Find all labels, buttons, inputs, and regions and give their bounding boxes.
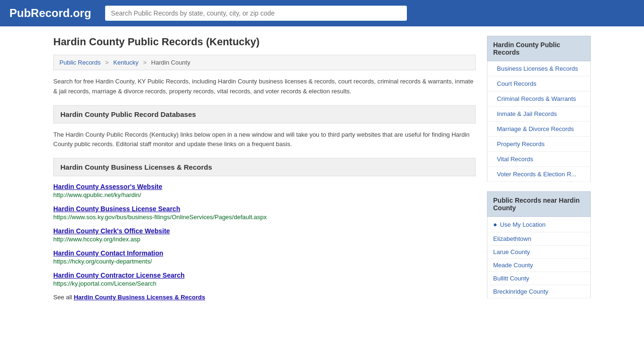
see-all: See all Hardin County Business Licenses … (53, 294, 476, 301)
intro-text: Search for free Hardin County, KY Public… (53, 77, 476, 97)
sidebar-nearby-title: Public Records near Hardin County (487, 191, 591, 217)
breadcrumb: Public Records > Kentucky > Hardin Count… (53, 55, 476, 70)
sidebar-item-court-records[interactable]: Court Records (487, 76, 591, 91)
sidebar-public-records-section: Hardin County Public Records Business Li… (487, 36, 591, 182)
record-entry-4: Hardin County Contact Information https:… (53, 249, 476, 265)
databases-section-header: Hardin County Public Record Databases (53, 105, 476, 123)
location-icon: ● (493, 221, 497, 228)
sidebar-nearby-meade[interactable]: Meade County (487, 259, 591, 272)
record-title-5[interactable]: Hardin County Contractor License Search (53, 272, 185, 279)
search-input[interactable] (105, 6, 407, 21)
sidebar-item-business-licenses[interactable]: Business Licenses & Records (487, 61, 591, 76)
main-container: Hardin County Public Records (Kentucky) … (44, 26, 600, 317)
record-entry-3: Hardin County Clerk's Office Website htt… (53, 227, 476, 243)
record-title-4[interactable]: Hardin County Contact Information (53, 249, 163, 257)
record-url-5[interactable]: https://ky.joportal.com/License/Search (53, 280, 476, 287)
sidebar: Hardin County Public Records Business Li… (487, 36, 591, 308)
sidebar-public-records-title: Hardin County Public Records (487, 36, 591, 61)
content-area: Hardin County Public Records (Kentucky) … (53, 36, 476, 308)
breadcrumb-public-records[interactable]: Public Records (59, 59, 100, 66)
record-url-1[interactable]: http://www.qpublic.net/ky/hardin/ (53, 191, 476, 198)
record-entry-2: Hardin County Business License Search ht… (53, 205, 476, 221)
record-url-2[interactable]: https://www.sos.ky.gov/bus/business-fili… (53, 214, 476, 221)
use-location-button[interactable]: ● Use My Location (487, 217, 591, 232)
record-title-1[interactable]: Hardin County Assessor's Website (53, 183, 162, 190)
record-entry-1: Hardin County Assessor's Website http://… (53, 183, 476, 198)
record-entry-5: Hardin County Contractor License Search … (53, 272, 476, 287)
business-section-header: Hardin County Business Licenses & Record… (53, 158, 476, 176)
site-logo[interactable]: PubRecord.org (9, 7, 91, 20)
sidebar-item-property-records[interactable]: Property Records (487, 137, 591, 152)
record-url-4[interactable]: https://hcky.org/county-departments/ (53, 258, 476, 265)
sidebar-item-vital-records[interactable]: Vital Records (487, 152, 591, 167)
use-location-label: Use My Location (500, 221, 545, 228)
sidebar-item-criminal-records[interactable]: Criminal Records & Warrants (487, 91, 591, 107)
sidebar-item-voter-records[interactable]: Voter Records & Election R... (487, 167, 591, 182)
sidebar-nearby-larue[interactable]: Larue County (487, 246, 591, 259)
header: PubRecord.org (0, 0, 644, 26)
sidebar-item-marriage-records[interactable]: Marriage & Divorce Records (487, 122, 591, 137)
record-title-3[interactable]: Hardin County Clerk's Office Website (53, 227, 170, 235)
breadcrumb-hardin-county: Hardin County (151, 59, 190, 66)
breadcrumb-sep-2: > (143, 59, 147, 66)
see-all-text: See all (53, 294, 72, 301)
sidebar-nearby-breckinridge[interactable]: Breckinridge County (487, 285, 591, 298)
sidebar-nearby-elizabethtown[interactable]: Elizabethtown (487, 232, 591, 246)
page-title: Hardin County Public Records (Kentucky) (53, 36, 476, 48)
breadcrumb-kentucky[interactable]: Kentucky (113, 59, 138, 66)
sidebar-item-inmate-records[interactable]: Inmate & Jail Records (487, 107, 591, 122)
databases-intro: The Hardin County Public Records (Kentuc… (53, 130, 476, 150)
record-title-2[interactable]: Hardin County Business License Search (53, 205, 180, 213)
see-all-link[interactable]: Hardin County Business Licenses & Record… (74, 294, 205, 301)
breadcrumb-sep-1: > (105, 59, 109, 66)
sidebar-nearby-section: Public Records near Hardin County ● Use … (487, 191, 591, 298)
record-url-3[interactable]: http://www.hccoky.org/index.asp (53, 236, 476, 243)
sidebar-nearby-bullitt[interactable]: Bullitt County (487, 272, 591, 285)
